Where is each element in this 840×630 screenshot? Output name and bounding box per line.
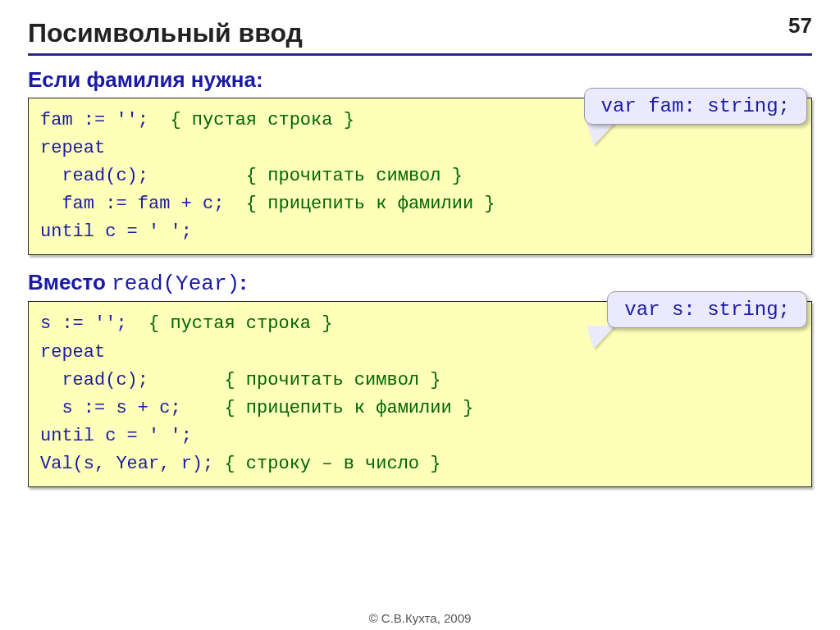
slide-title: Посимвольный ввод <box>28 18 303 48</box>
code-comment: { строку – в число } <box>224 454 441 474</box>
code-text: read(c); <box>40 166 246 186</box>
code-text: until c = ' '; <box>40 221 192 242</box>
callout-tail-icon <box>587 122 615 145</box>
code-text: s := ''; <box>40 313 148 334</box>
code-comment: { прочитать символ } <box>246 166 463 186</box>
code-comment: { прицепить к фамилии } <box>224 398 473 418</box>
slide-header: Посимвольный ввод 57 <box>28 18 812 56</box>
code-comment: { прицепить к фамилии } <box>246 194 495 214</box>
section2: s := ''; { пустая строка } repeat read(c… <box>28 301 812 487</box>
code-text: repeat <box>40 138 105 158</box>
code-text: until c = ' '; <box>40 426 192 446</box>
code-text: repeat <box>40 342 105 363</box>
slide: Посимвольный ввод 57 Если фамилия нужна:… <box>0 0 840 630</box>
code-comment: { пустая строка } <box>148 313 332 334</box>
section2-callout: var s: string; <box>607 291 807 328</box>
footer-credit: © С.В.Кухта, 2009 <box>0 611 840 625</box>
code-text: fam := fam + c; <box>40 194 246 214</box>
label-suffix: : <box>240 270 247 294</box>
section1-callout: var fam: string; <box>584 88 807 125</box>
code-text: fam := ''; <box>40 110 170 130</box>
code-text: s := s + c; <box>40 398 224 418</box>
code-comment: { прочитать символ } <box>224 370 441 390</box>
section2-code: s := ''; { пустая строка } repeat read(c… <box>28 301 812 487</box>
callout-tail-icon <box>587 326 615 349</box>
code-text: Val(s, Year, r); <box>40 454 224 474</box>
label-code: read(Year) <box>112 272 240 296</box>
page-number: 57 <box>788 13 812 39</box>
section1: fam := ''; { пустая строка } repeat read… <box>28 98 812 255</box>
code-text: read(c); <box>40 370 224 390</box>
code-comment: { пустая строка } <box>170 110 354 130</box>
label-text: Вместо <box>28 270 112 294</box>
